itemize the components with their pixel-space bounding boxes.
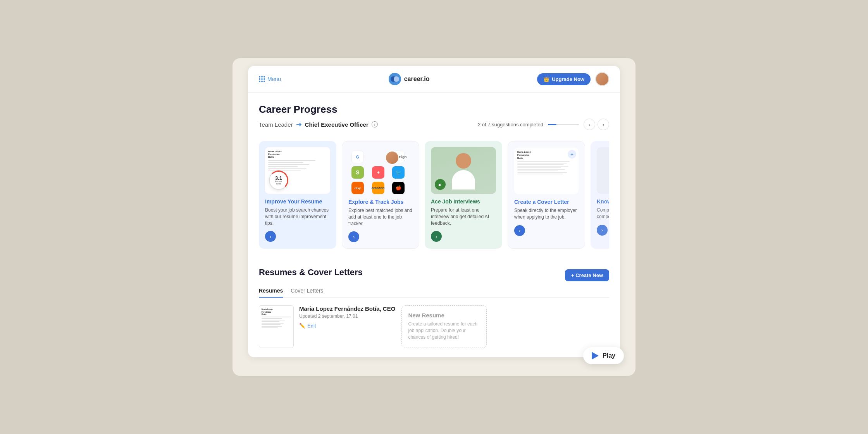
- resume-info: Maria Lopez Fernández Botía, CEO Updated…: [299, 305, 395, 329]
- create-new-button[interactable]: + Create New: [565, 269, 609, 281]
- progress-meta: 2 of 7 suggestions completed ‹ ›: [478, 119, 609, 130]
- plus-icon[interactable]: +: [568, 150, 576, 158]
- twitter-logo: 🐦: [392, 166, 405, 179]
- info-icon[interactable]: i: [372, 121, 378, 127]
- resume-updated: Updated 2 september, 17:01: [299, 313, 395, 319]
- card-desc-jobs: Explore best matched jobs and add at lea…: [348, 207, 413, 227]
- crown-icon: 👑: [543, 76, 549, 82]
- upgrade-button[interactable]: 👑 Upgrade Now: [537, 73, 591, 85]
- card-title-interview: Ace Job Interviews: [431, 198, 496, 205]
- amazon-logo: amazon: [372, 182, 384, 194]
- interview-card-arrow[interactable]: ›: [431, 231, 442, 242]
- tab-resumes[interactable]: Resumes: [259, 288, 283, 298]
- edit-label: Edit: [307, 323, 316, 329]
- menu-label: Menu: [267, 76, 281, 82]
- suggestions-cards: Maria LopezFernándezBotía 3.1 ResumeScor…: [259, 141, 609, 249]
- suggestions-text: 2 of 7 suggestions completed: [478, 122, 543, 127]
- app-name: career.io: [404, 76, 430, 83]
- svg-point-10: [394, 76, 399, 82]
- new-resume-card: New Resume Create a tailored resume for …: [401, 305, 487, 348]
- logo: career.io: [389, 73, 430, 85]
- apple-logo: 🍎: [392, 182, 405, 194]
- profile-bubble: [385, 151, 399, 165]
- career-path: Team Leader ➔ Chief Executive Officer i: [259, 120, 378, 129]
- prev-arrow[interactable]: ‹: [584, 119, 595, 130]
- resume-card-arrow[interactable]: ›: [265, 231, 276, 242]
- card-desc-resume: Boost your job search chances with our r…: [265, 207, 330, 226]
- new-resume-desc: Create a tailored resume for each job ap…: [408, 321, 480, 340]
- play-label: Play: [603, 352, 615, 359]
- new-resume-title: New Resume: [408, 312, 480, 319]
- interview-card-image: ▶: [431, 147, 496, 194]
- resumes-title: Resumes & Cover Letters: [259, 267, 363, 277]
- airbnb-logo: ✦: [372, 166, 384, 179]
- edit-icon: ✏️: [299, 323, 305, 329]
- progress-bar: [548, 124, 579, 125]
- resumes-section: Resumes & Cover Letters + Create New Res…: [248, 267, 620, 357]
- google-logo: G: [351, 151, 364, 163]
- explore-jobs-card: G DocuSign S ✦ 🐦 etsy amazon 🍎 Explore &…: [342, 141, 419, 249]
- card-desc-interview: Prepare for at least one interview and g…: [431, 207, 496, 226]
- navigation: Menu career.io 👑 Upgrade Now: [248, 66, 620, 93]
- resume-person-name: Maria Lopez Fernández Botía, CEO: [299, 305, 395, 312]
- jobs-card-image: G DocuSign S ✦ 🐦 etsy amazon 🍎: [348, 148, 413, 194]
- logo-icon: [389, 73, 401, 85]
- menu-button[interactable]: Menu: [259, 76, 281, 82]
- resumes-list: Maria LopezFernándezBotía Maria Lopez Fe…: [259, 305, 609, 348]
- edit-link[interactable]: ✏️ Edit: [299, 323, 395, 329]
- nav-right: 👑 Upgrade Now: [537, 72, 609, 86]
- tabs: Resumes Cover Letters: [259, 288, 609, 298]
- ace-interviews-card: ▶ Ace Job Interviews Prepare for at leas…: [425, 141, 502, 249]
- card-desc-cover: Speak directly to the employer when appl…: [514, 207, 579, 220]
- etsy-logo: etsy: [351, 182, 364, 194]
- cover-card-image: + Maria LopezFernándezBotía: [514, 148, 579, 194]
- video-play-icon[interactable]: ▶: [435, 179, 446, 190]
- play-button[interactable]: Play: [583, 347, 624, 364]
- cover-card-arrow[interactable]: ›: [514, 225, 525, 236]
- resume-card-image: Maria LopezFernándezBotía 3.1 ResumeScor…: [265, 147, 330, 194]
- career-progress-title: Career Progress: [259, 103, 609, 115]
- improve-resume-card: Maria LopezFernándezBotía 3.1 ResumeScor…: [259, 141, 336, 249]
- jobs-card-arrow[interactable]: ›: [348, 231, 359, 242]
- resume-list-item: Maria LopezFernándezBotía Maria Lopez Fe…: [259, 305, 395, 348]
- upgrade-label: Upgrade Now: [552, 76, 584, 82]
- card-title-resume: Improve Your Resume: [265, 198, 330, 205]
- card-title-worth: Know Your W...: [597, 198, 609, 205]
- play-icon: [592, 352, 599, 360]
- worth-card-arrow[interactable]: ›: [597, 225, 608, 236]
- know-worth-card: 72% Know Your W... Compare your s... com…: [591, 141, 609, 249]
- resume-thumbnail: Maria LopezFernándezBotía: [259, 305, 294, 348]
- create-label: + Create New: [571, 272, 603, 278]
- arrow-right-icon: ➔: [296, 120, 302, 129]
- card-title-jobs: Explore & Track Jobs: [348, 199, 413, 205]
- cover-letter-card: + Maria LopezFernándezBotía: [508, 141, 585, 249]
- user-avatar[interactable]: [595, 72, 609, 86]
- worth-card-image: 72%: [597, 147, 609, 194]
- progress-bar-fill: [548, 124, 556, 125]
- shopify-logo: S: [351, 166, 364, 179]
- card-desc-worth: Compare your s... compensation n...: [597, 207, 609, 220]
- from-role: Team Leader: [259, 121, 293, 128]
- to-role: Chief Executive Officer: [305, 121, 369, 128]
- menu-dots-icon: [259, 76, 265, 82]
- nav-arrows: ‹ ›: [584, 119, 609, 130]
- resume-score: 3.1 ResumeScore: [269, 170, 288, 190]
- next-arrow[interactable]: ›: [598, 119, 609, 130]
- tab-cover-letters[interactable]: Cover Letters: [291, 288, 323, 298]
- card-title-cover: Create a Cover Letter: [514, 199, 579, 205]
